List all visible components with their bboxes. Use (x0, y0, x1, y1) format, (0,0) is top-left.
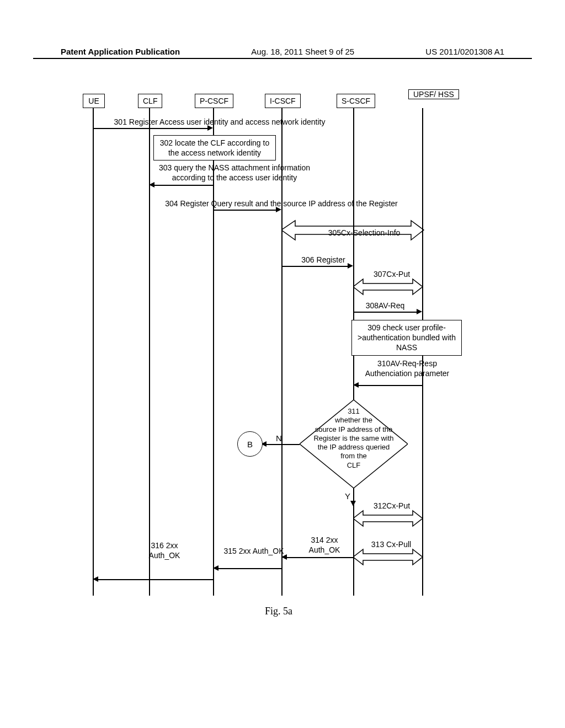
arrow-head-304 (276, 207, 281, 212)
arrow-head-yes (350, 501, 356, 506)
svg-marker-4 (353, 549, 423, 565)
arrow-303 (154, 185, 213, 186)
double-arrow-305 (281, 215, 425, 245)
page-header: Patent Application Publication Aug. 18, … (0, 47, 565, 56)
msg-306: 306 Register (296, 255, 351, 265)
lifeline-ue (93, 108, 94, 596)
arrow-head-315 (213, 565, 218, 571)
actor-upsf: UPSF/ HSS (408, 89, 459, 99)
circle-b: B (237, 431, 263, 457)
msg-314: 314 2xx Auth_OK (297, 535, 352, 555)
arrow-head-301 (207, 125, 213, 131)
double-arrow-307 (353, 276, 425, 298)
actor-clf: CLF (138, 94, 162, 108)
arrow-308 (353, 312, 417, 313)
msg-301: 301 Register Access user identity and ac… (93, 117, 347, 127)
arrow-head-308 (417, 309, 422, 314)
svg-marker-0 (281, 221, 424, 240)
figure-label: Fig. 5a (265, 606, 292, 617)
header-divider (33, 58, 532, 59)
arrow-310 (359, 385, 423, 386)
msg-310: 310AV-Req-Resp Authenciation parameter (358, 358, 457, 378)
arrow-head-306 (348, 263, 353, 269)
arrow-315 (218, 568, 281, 569)
actor-icscf: I-CSCF (265, 94, 301, 108)
arrow-316 (98, 579, 213, 580)
box-302: 302 locate the CLF according to the acce… (153, 135, 276, 160)
label-no: N (276, 433, 282, 444)
label-yes: Y (345, 491, 350, 502)
actor-ue: UE (83, 94, 105, 108)
line-yes (353, 488, 354, 502)
header-left: Patent Application Publication (61, 47, 180, 56)
arrow-head-316 (93, 576, 98, 582)
arrow-head-303 (149, 182, 154, 188)
svg-marker-3 (353, 511, 423, 526)
box-309: 309 check user profile- >authentication … (351, 320, 462, 356)
arrow-no (266, 444, 300, 445)
double-arrow-312 (353, 507, 425, 529)
header-right: US 2011/0201308 A1 (425, 47, 504, 56)
actor-scscf: S-CSCF (337, 94, 375, 108)
arrow-306 (281, 266, 348, 267)
sequence-diagram: UE CLF P-CSCF I-CSCF S-CSCF UPSF/ HSS 30… (83, 94, 491, 623)
header-center: Aug. 18, 2011 Sheet 9 of 25 (251, 47, 354, 56)
arrow-301 (93, 128, 207, 129)
msg-311: 311 whether the source IP address of the… (305, 407, 402, 470)
actor-pcscf: P-CSCF (195, 94, 233, 108)
msg-303: 303 query the NASS attachment informatio… (149, 163, 320, 183)
svg-marker-1 (353, 279, 423, 295)
arrow-head-310 (353, 382, 359, 388)
msg-308: 308AV-Req (358, 301, 413, 311)
msg-315: 315 2xx Auth_OK (218, 546, 290, 556)
msg-304: 304 Register Query result and the source… (149, 199, 414, 208)
arrow-304 (213, 210, 276, 211)
double-arrow-313 (353, 546, 425, 568)
msg-316: 316 2xx Auth_OK (142, 540, 186, 560)
arrow-314 (287, 557, 353, 558)
